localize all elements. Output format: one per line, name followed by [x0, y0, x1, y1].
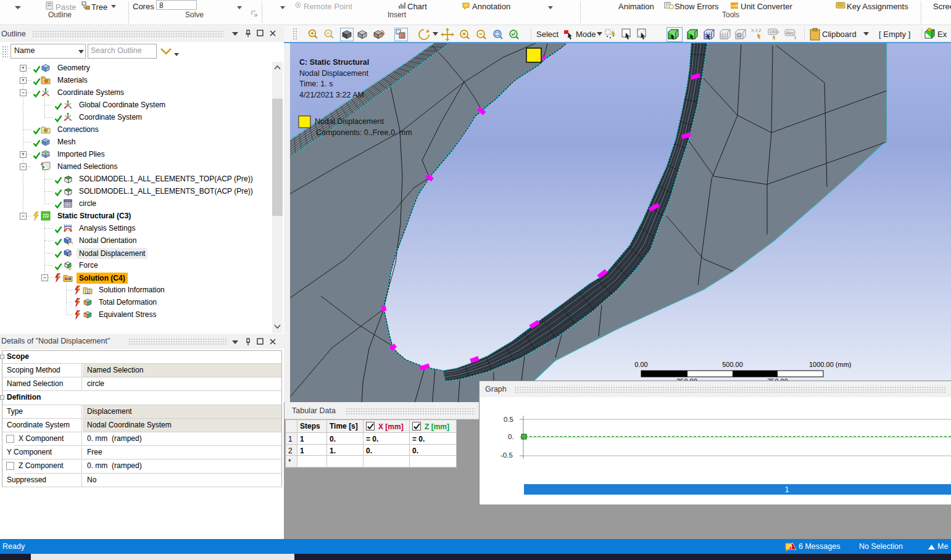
svg-text:1: 1: [785, 485, 789, 494]
svg-text:Nodal Displacement: Nodal Displacement: [299, 69, 368, 78]
svg-text:!: !: [791, 544, 792, 550]
svg-text:0.00: 0.00: [634, 361, 647, 368]
svg-text:500.00: 500.00: [722, 361, 743, 368]
svg-text:mft: mft: [731, 3, 739, 9]
svg-text:Abc: Abc: [786, 30, 794, 36]
svg-text:X.Y.Z: X.Y.Z: [751, 28, 762, 33]
svg-text:Components: 0.,Free,0. mm: Components: 0.,Free,0. mm: [316, 128, 412, 137]
svg-text:4/21/2021 3:22 AM: 4/21/2021 3:22 AM: [299, 91, 364, 99]
svg-text:100: 100: [769, 30, 776, 34]
svg-text:C: Static Structural: C: Static Structural: [299, 58, 369, 67]
svg-text:1000.00 (mm): 1000.00 (mm): [809, 361, 851, 368]
svg-text:Nodal Displacement: Nodal Displacement: [315, 117, 384, 126]
svg-text:Time: 1. s: Time: 1. s: [299, 80, 333, 88]
